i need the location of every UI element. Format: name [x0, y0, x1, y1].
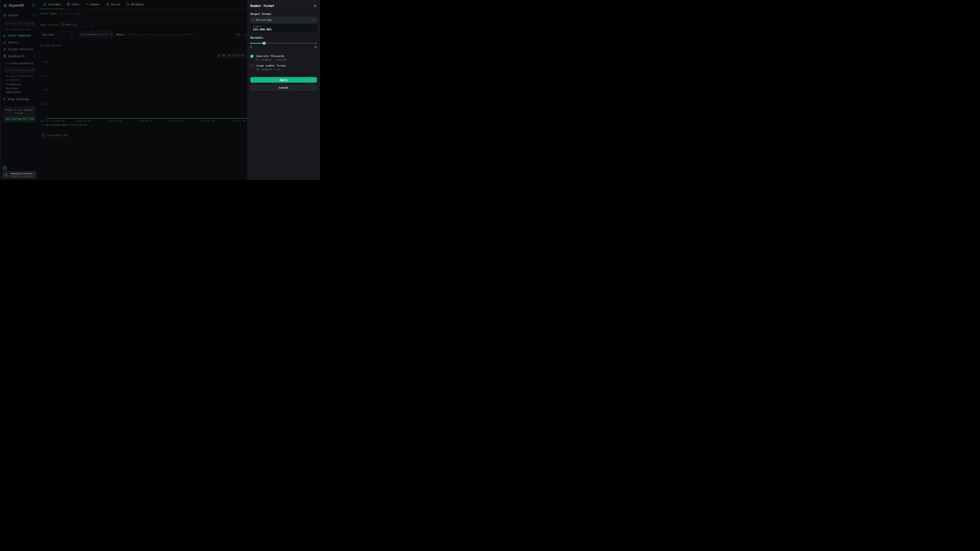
slider-max-dot — [316, 43, 317, 44]
cancel-button[interactable]: Cancel — [250, 85, 317, 91]
slider-fill — [250, 43, 264, 44]
apply-button[interactable]: Apply — [250, 77, 317, 83]
decimals-label: Decimals — [250, 36, 317, 39]
panel-header: Number format — [250, 4, 317, 8]
output-format-select[interactable]: % Percentage — [250, 17, 317, 23]
slider-minmax-labels: 0 10 — [250, 46, 317, 49]
large-number-format-hint: For example: 1.2m — [256, 68, 317, 71]
example-preview: Example 123,400.00% — [250, 24, 317, 32]
decimals-slider[interactable] — [250, 42, 317, 45]
output-format-label: Output format — [250, 13, 317, 16]
checkbox-checked-icon[interactable] — [250, 55, 253, 58]
slider-max-label: 10 — [314, 46, 317, 49]
example-value: 123,400.00% — [253, 28, 314, 31]
chevron-updown-icon — [313, 19, 315, 21]
panel-title: Number format — [250, 4, 274, 8]
close-icon[interactable] — [313, 4, 317, 8]
slider-thumb[interactable] — [263, 42, 266, 45]
slider-min-dot — [251, 43, 251, 44]
number-format-panel: Number format Output format % Percentage… — [247, 0, 320, 180]
separate-thousands-hint: For example: 1,234,567 — [256, 58, 317, 61]
large-number-format-option[interactable]: Large number format — [250, 64, 317, 67]
separate-thousands-label: Separate thousands — [256, 54, 285, 57]
slider-min-label: 0 — [250, 46, 252, 49]
large-number-format-label: Large number format — [256, 64, 286, 67]
hyperdx-app: HyperDX Search — [0, 0, 320, 180]
percent-icon: % — [253, 18, 254, 21]
separate-thousands-option[interactable]: Separate thousands — [250, 54, 317, 58]
checkbox-unchecked-icon[interactable] — [250, 64, 253, 67]
output-format-value: Percentage — [256, 18, 311, 21]
example-label: Example — [253, 25, 314, 27]
